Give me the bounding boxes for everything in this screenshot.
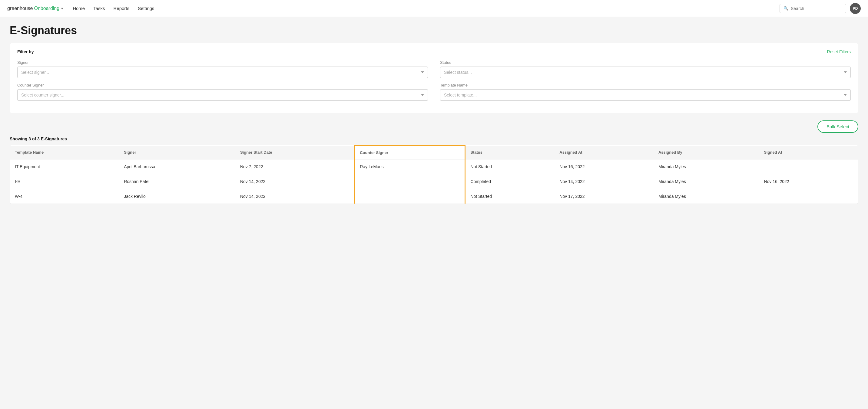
reset-filters-button[interactable]: Reset Filters: [827, 49, 851, 54]
filter-row-2: Counter Signer Select counter signer... …: [17, 83, 851, 101]
cell-signer: April Barbarossa: [119, 160, 235, 174]
cell-assigned-by: Miranda Myles: [654, 189, 759, 204]
esignatures-table: Template Name Signer Signer Start Date C…: [10, 145, 858, 204]
nav-reports[interactable]: Reports: [114, 6, 130, 11]
search-icon: 🔍: [783, 6, 788, 10]
col-signer-start-date: Signer Start Date: [235, 146, 355, 160]
cell-signed-at: Nov 16, 2022: [759, 174, 858, 189]
cell-template-name: IT Equipment: [10, 160, 119, 174]
counter-signer-select[interactable]: Select counter signer...: [17, 89, 428, 101]
col-signed-at: Signed At: [759, 146, 858, 160]
page-container: E-Signatures Filter by Reset Filters Sig…: [0, 17, 868, 211]
cell-signer: Roshan Patel: [119, 174, 235, 189]
cell-signer-start-date: Nov 7, 2022: [235, 160, 355, 174]
cell-signer: Jack Revilo: [119, 189, 235, 204]
brand-logo[interactable]: greenhouse Onboarding ▾: [7, 6, 63, 11]
cell-status: Not Started: [465, 189, 555, 204]
cell-assigned-by: Miranda Myles: [654, 160, 759, 174]
table-header-row: Template Name Signer Signer Start Date C…: [10, 146, 858, 160]
table-wrapper: Template Name Signer Signer Start Date C…: [10, 145, 858, 204]
nav-links: Home Tasks Reports Settings: [73, 6, 770, 11]
avatar[interactable]: PD: [850, 3, 861, 14]
chevron-down-icon: ▾: [61, 6, 63, 10]
cell-signed-at: [759, 189, 858, 204]
col-signer: Signer: [119, 146, 235, 160]
cell-signer-start-date: Nov 14, 2022: [235, 174, 355, 189]
template-select[interactable]: Select template...: [440, 89, 851, 101]
bulk-select-button[interactable]: Bulk Select: [817, 121, 858, 133]
results-count: Showing 3 of 3 E-Signatures: [10, 136, 858, 141]
cell-assigned-at: Nov 14, 2022: [555, 174, 654, 189]
signer-filter-group: Signer Select signer...: [17, 60, 428, 78]
template-label: Template Name: [440, 83, 851, 88]
cell-status: Completed: [465, 174, 555, 189]
status-filter-group: Status Select status...: [440, 60, 851, 78]
status-label: Status: [440, 60, 851, 65]
nav-home[interactable]: Home: [73, 6, 85, 11]
filter-header: Filter by Reset Filters: [17, 49, 851, 54]
cell-counter-signer: [355, 174, 465, 189]
template-filter-group: Template Name Select template...: [440, 83, 851, 101]
navbar-right: 🔍 PD: [780, 3, 861, 14]
cell-template-name: W-4: [10, 189, 119, 204]
cell-template-name: I-9: [10, 174, 119, 189]
col-status: Status: [465, 146, 555, 160]
cell-signed-at: [759, 160, 858, 174]
table-row[interactable]: IT Equipment April Barbarossa Nov 7, 202…: [10, 160, 858, 174]
cell-signer-start-date: Nov 14, 2022: [235, 189, 355, 204]
col-template-name: Template Name: [10, 146, 119, 160]
navbar: greenhouse Onboarding ▾ Home Tasks Repor…: [0, 0, 868, 17]
cell-counter-signer: Ray LeMans: [355, 160, 465, 174]
brand-onboarding-text: Onboarding: [34, 6, 60, 11]
counter-signer-label: Counter Signer: [17, 83, 428, 88]
cell-status: Not Started: [465, 160, 555, 174]
counter-signer-filter-group: Counter Signer Select counter signer...: [17, 83, 428, 101]
col-counter-signer: Counter Signer: [355, 146, 465, 160]
brand-greenhouse-text: greenhouse: [7, 6, 33, 11]
signer-select[interactable]: Select signer...: [17, 67, 428, 78]
signer-label: Signer: [17, 60, 428, 65]
cell-assigned-at: Nov 17, 2022: [555, 189, 654, 204]
table-row[interactable]: W-4 Jack Revilo Nov 14, 2022 Not Started…: [10, 189, 858, 204]
filter-by-label: Filter by: [17, 49, 34, 54]
filter-row-1: Signer Select signer... Status Select st…: [17, 60, 851, 78]
filter-panel: Filter by Reset Filters Signer Select si…: [10, 43, 858, 113]
search-box[interactable]: 🔍: [780, 4, 846, 13]
bulk-actions: Bulk Select: [10, 121, 858, 133]
col-assigned-at: Assigned At: [555, 146, 654, 160]
page-title: E-Signatures: [10, 24, 858, 37]
nav-tasks[interactable]: Tasks: [93, 6, 105, 11]
nav-settings[interactable]: Settings: [138, 6, 154, 11]
cell-counter-signer: [355, 189, 465, 204]
cell-assigned-at: Nov 16, 2022: [555, 160, 654, 174]
col-assigned-by: Assigned By: [654, 146, 759, 160]
status-select[interactable]: Select status...: [440, 67, 851, 78]
search-input[interactable]: [791, 6, 842, 11]
cell-assigned-by: Miranda Myles: [654, 174, 759, 189]
table-row[interactable]: I-9 Roshan Patel Nov 14, 2022 Completed …: [10, 174, 858, 189]
